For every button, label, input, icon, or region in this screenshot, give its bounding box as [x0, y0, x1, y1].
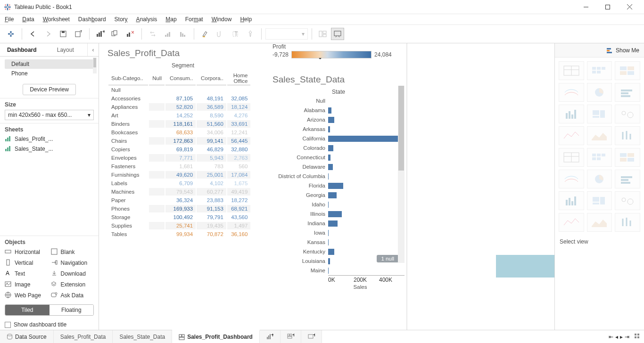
fit-selector[interactable]: ▾ [265, 28, 308, 40]
sheet-tab[interactable]: Sales_State_Data [113, 330, 172, 343]
back-button[interactable] [26, 27, 40, 41]
state-bar-row[interactable]: Georgia [272, 190, 405, 200]
state-bar-row[interactable]: Connecticut [272, 153, 405, 162]
device-preview-button[interactable]: Device Preview [23, 84, 76, 95]
tableau-icon[interactable] [4, 27, 18, 41]
new-sheet-button[interactable]: + [93, 27, 107, 41]
tiled-button[interactable]: Tiled [5, 305, 50, 315]
maximize-button[interactable] [597, 0, 619, 14]
state-bar-row[interactable]: Colorado [272, 143, 405, 153]
menu-file[interactable]: File [4, 16, 15, 23]
presentation-button[interactable] [331, 28, 344, 40]
menu-dashboard[interactable]: Dashboard [77, 16, 107, 23]
chart-type-thumb[interactable] [615, 213, 640, 232]
object-text[interactable]: AText [5, 269, 48, 278]
object-blank[interactable]: Blank [51, 247, 94, 256]
chart-type-thumb[interactable] [615, 148, 640, 167]
object-horizontal[interactable]: Horizontal [5, 247, 48, 256]
state-bar-row[interactable]: Indiana [272, 219, 405, 228]
state-bar-row[interactable]: California [272, 134, 405, 143]
state-bar-row[interactable]: Florida [272, 181, 405, 190]
profit-table[interactable]: Sub-Catego..NullConsum..Corpora..HomeOff… [107, 71, 258, 239]
attach-button[interactable] [213, 27, 227, 41]
size-selector[interactable]: min 420x560 - max 650...▾ [5, 110, 94, 120]
chart-type-thumb[interactable] [587, 170, 612, 188]
tab-list-button[interactable] [634, 333, 640, 341]
chart-type-thumb[interactable] [559, 191, 584, 210]
state-bar-row[interactable]: Alabama [272, 106, 405, 115]
chart-type-thumb[interactable] [587, 61, 612, 80]
device-phone[interactable]: Phone [5, 69, 94, 78]
swap-button[interactable] [146, 27, 160, 41]
object-vertical[interactable]: Vertical [5, 258, 48, 267]
chart-type-thumb[interactable] [587, 83, 612, 102]
menu-data[interactable]: Data [21, 16, 35, 23]
pin-button[interactable] [243, 27, 257, 41]
chart-type-thumb[interactable] [615, 126, 640, 145]
highlight-button[interactable] [198, 27, 212, 41]
object-image[interactable]: Image [5, 280, 48, 289]
object-web-page[interactable]: Web Page [5, 291, 48, 300]
state-bar-row[interactable]: Idaho [272, 200, 405, 209]
state-bar-row[interactable]: District of Columbia [272, 172, 405, 181]
first-tab-button[interactable]: ⇤ [609, 334, 613, 340]
state-bar-row[interactable]: Kansas [272, 237, 405, 247]
sheet-item[interactable]: Sales_State_... [0, 144, 99, 154]
chart-type-thumb[interactable] [587, 191, 612, 210]
chart-type-thumb[interactable] [559, 61, 584, 80]
duplicate-button[interactable] [108, 27, 123, 41]
chart-type-thumb[interactable] [559, 83, 584, 102]
next-tab-button[interactable]: ▸ [620, 334, 623, 340]
new-worksheet-button[interactable]: + [260, 330, 281, 343]
save-button[interactable] [56, 27, 70, 41]
color-gradient[interactable] [291, 51, 372, 58]
menu-story[interactable]: Story [114, 16, 129, 23]
chart-type-thumb[interactable] [587, 213, 612, 232]
sort-desc-button[interactable] [176, 27, 190, 41]
state-bar-row[interactable]: Arizona [272, 115, 405, 124]
close-button[interactable] [619, 0, 640, 14]
device-default[interactable]: Default [5, 59, 94, 69]
state-bar-row[interactable]: Maine [272, 266, 405, 275]
sheet-item[interactable]: Sales_Profit_... [0, 134, 99, 144]
collapse-panel-button[interactable]: ‹ [87, 43, 99, 56]
menu-worksheet[interactable]: Worksheet [42, 16, 71, 23]
chart-type-thumb[interactable] [587, 126, 612, 145]
state-bar-row[interactable]: Iowa [272, 228, 405, 237]
clear-button[interactable]: × [124, 27, 138, 41]
new-dashboard-button[interactable]: + [281, 330, 301, 343]
tab-layout[interactable]: Layout [44, 43, 88, 56]
chart-type-thumb[interactable] [615, 61, 640, 80]
sort-asc-button[interactable] [161, 27, 175, 41]
tab-dashboard[interactable]: Dashboard [0, 43, 44, 56]
sheet-tab[interactable]: Sales_Profit_Data [54, 330, 113, 343]
state-bar-row[interactable]: Delaware [272, 162, 405, 172]
state-scrollbar[interactable] [398, 86, 405, 263]
state-bar-row[interactable]: Illinois [272, 209, 405, 219]
sheet-tab-active[interactable]: Sales_Profit_Dashboard [172, 330, 260, 343]
x-axis[interactable]: 0K200K400K [328, 275, 405, 283]
device-scrollbar[interactable] [93, 57, 97, 74]
chart-type-thumb[interactable] [615, 83, 640, 102]
minimize-button[interactable] [575, 0, 597, 14]
show-cards-button[interactable] [316, 27, 330, 41]
show-me-button[interactable]: Show Me [555, 43, 644, 57]
floating-button[interactable]: Floating [50, 305, 94, 315]
dashboard-canvas[interactable]: Profit -9,72824,084 Sales_Profit_Data Se… [99, 43, 554, 330]
last-tab-button[interactable]: ⇥ [625, 334, 629, 340]
show-title-checkbox[interactable]: Show dashboard title [0, 319, 99, 330]
chart-type-thumb[interactable] [615, 170, 640, 188]
object-download[interactable]: Download [51, 269, 94, 278]
state-view[interactable]: Sales_State_Data State NullAlabamaArizon… [272, 74, 405, 290]
chart-type-thumb[interactable] [587, 105, 612, 123]
chart-type-thumb[interactable] [559, 105, 584, 123]
state-bar-row[interactable]: Null [272, 96, 405, 106]
state-bar-row[interactable]: Arkansas [272, 124, 405, 134]
object-ask-data[interactable]: Ask Data [51, 291, 94, 300]
object-navigation[interactable]: Navigation [51, 258, 94, 267]
object-extension[interactable]: Extension [51, 280, 94, 289]
menu-format[interactable]: Format [184, 16, 204, 23]
menu-window[interactable]: Window [211, 16, 233, 23]
label-button[interactable]: T [228, 27, 242, 41]
menu-analysis[interactable]: Analysis [135, 16, 158, 23]
